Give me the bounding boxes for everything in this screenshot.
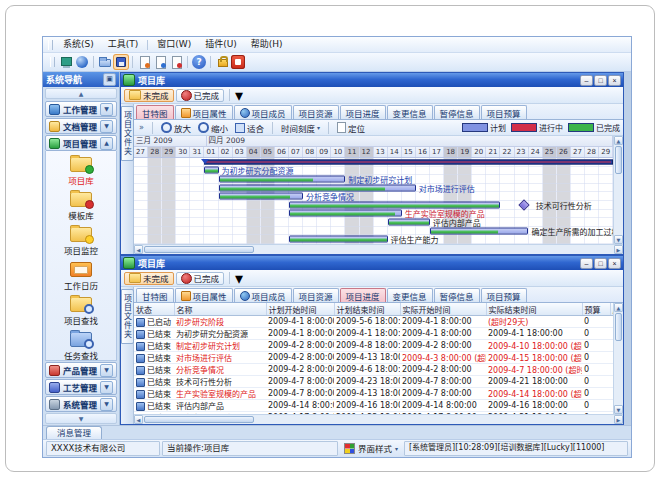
table-row[interactable]: 已结束为初步研究分配资源2009-4-1 8:00:002009-4-1 18:… [134, 328, 613, 340]
locate-button[interactable]: 定位 [335, 122, 367, 134]
sidebar-section-collapsed[interactable]: 工作管理▼ [45, 101, 117, 117]
tab[interactable]: 项目成员 [234, 288, 292, 302]
tab[interactable]: 项目属性 [175, 288, 233, 302]
gantt-bar[interactable] [219, 175, 346, 182]
fit-button[interactable]: 适合 [233, 122, 266, 134]
tab[interactable]: 项目进度 [340, 105, 386, 119]
chevron-down-icon[interactable]: ▼ [100, 103, 113, 116]
side-tab-project-folder[interactable]: 项目文件夹 [121, 289, 134, 344]
sidebar-section-collapsed[interactable]: 系统管理▼ [45, 396, 117, 412]
gantt-bar[interactable] [289, 236, 388, 243]
sidebar-section-collapsed[interactable]: 文档管理▼ [45, 118, 117, 134]
scroll-up-arrow[interactable]: ▲ [614, 303, 623, 312]
interface-style-button[interactable]: 界面样式 ▾ [340, 442, 402, 455]
column-header[interactable]: 计划开始时间 [266, 303, 334, 316]
report-view-icon[interactable] [153, 55, 167, 69]
sidebar-section-collapsed[interactable]: 工艺管理▼ [45, 379, 117, 395]
vertical-scrollbar[interactable]: ▲▼ [613, 136, 623, 244]
window-titlebar[interactable]: 项目库–□× [121, 73, 623, 87]
sidebar-scroll-down-button[interactable]: ▼ [45, 413, 117, 424]
column-header[interactable]: 实际结束时间 [486, 303, 582, 316]
gantt-bar[interactable] [289, 210, 402, 217]
table-row[interactable]: 已结束生产实验室规模的产品2009-4-7 8:00:002009-4-13 1… [134, 388, 613, 400]
menu-item[interactable]: 窗口(W) [150, 37, 198, 52]
window-maximize-button[interactable]: □ [594, 75, 607, 86]
tab[interactable]: 项目进度 [340, 288, 386, 302]
sidebar-item[interactable]: 项目库 [46, 154, 116, 189]
tab[interactable]: 变更信息 [387, 105, 433, 119]
column-header[interactable]: 实际开始时间 [400, 303, 486, 316]
gantt-bar[interactable] [204, 167, 218, 174]
report-new-icon[interactable] [137, 55, 151, 69]
scroll-up-arrow[interactable]: ▲ [614, 136, 623, 145]
computer-icon[interactable] [59, 55, 73, 69]
tab[interactable]: 项目预算 [481, 105, 527, 119]
gantt-bar[interactable] [430, 227, 529, 234]
tab[interactable]: 暂停信息 [434, 105, 480, 119]
sidebar-scroll-up-button[interactable]: ▲ [45, 88, 117, 99]
scroll-right-arrow[interactable]: ▶ [614, 245, 623, 254]
tab[interactable]: 项目成员 [234, 105, 292, 119]
sidebar-item[interactable]: 模板库 [46, 189, 116, 224]
sidebar-pin-button[interactable]: ▣ [103, 73, 116, 86]
filter-button[interactable]: 未完成 [124, 89, 174, 102]
chevron-down-icon[interactable]: ▼ [100, 381, 113, 394]
sidebar-item[interactable]: 项目监控 [46, 224, 116, 259]
chevron-down-icon[interactable]: ▼ [100, 364, 113, 377]
chevron-down-icon[interactable]: ▼ [100, 398, 113, 411]
timescale-button[interactable]: 时间刻度▾ [279, 122, 322, 134]
menu-item[interactable]: 帮助(H) [244, 37, 290, 52]
chevron-down-icon[interactable]: ▾ [235, 269, 243, 288]
scroll-right-arrow[interactable]: ▶ [614, 415, 623, 424]
sidebar-item[interactable]: 项目查找 [46, 294, 116, 329]
zoom-in-button[interactable]: 放大 [159, 122, 193, 134]
table-row[interactable]: 已结束制定初步研究计划2009-4-2 8:00:002009-4-8 18:0… [134, 340, 613, 352]
filter-button[interactable]: 已完成 [176, 89, 225, 102]
report-delete-icon[interactable] [169, 55, 183, 69]
menu-item[interactable]: 工具(T) [101, 37, 146, 52]
window-maximize-button[interactable]: □ [594, 258, 607, 269]
table-row[interactable]: 已启动初步研究阶段2009-4-1 8:00:002009-5-6 18:00:… [134, 316, 613, 328]
window-close-button[interactable]: × [608, 258, 621, 269]
sidebar-item[interactable]: 工作日历 [46, 259, 116, 294]
chevron-up-icon[interactable]: ▲ [100, 137, 113, 150]
gantt-summary-bar[interactable] [204, 159, 613, 164]
column-header[interactable]: 状态 [134, 303, 174, 316]
tab[interactable]: 甘特图 [136, 288, 174, 302]
exit-icon[interactable] [231, 55, 245, 69]
menu-item[interactable]: 插件(U) [198, 37, 244, 52]
sidebar-section-expanded[interactable]: 项目管理▲ [45, 135, 117, 151]
column-header[interactable]: 计划结束时间 [334, 303, 400, 316]
scroll-down-arrow[interactable]: ▼ [614, 235, 623, 244]
gantt-bar[interactable] [219, 193, 304, 200]
table-row[interactable]: 已结束技术可行性分析2009-4-7 8:00:002009-4-23 18:0… [134, 376, 613, 388]
scroll-thumb[interactable] [144, 246, 254, 253]
scroll-left-arrow[interactable]: ◀ [134, 415, 143, 424]
tab[interactable]: 项目属性 [175, 105, 233, 119]
menu-item[interactable]: 系统(S) [56, 37, 101, 52]
tab[interactable]: 项目资源 [293, 105, 339, 119]
filter-button[interactable]: 未完成 [124, 272, 174, 285]
sidebar-item[interactable]: 任务查找 [46, 329, 116, 361]
sidebar-section-collapsed[interactable]: 产品管理▼ [45, 362, 117, 378]
vertical-scrollbar[interactable]: ▲▼ [613, 303, 623, 414]
window-minimize-button[interactable]: – [580, 75, 593, 86]
table-row[interactable]: 已结束分析竞争情况2009-4-2 8:00:002009-4-6 18:00:… [134, 364, 613, 376]
table-row[interactable]: 已结束评估内部产品2009-4-14 8:00:002009-4-16 18:0… [134, 400, 613, 412]
horizontal-scrollbar[interactable]: ◀▶ [134, 244, 623, 254]
horizontal-scrollbar[interactable]: ◀▶ [134, 414, 623, 424]
window-minimize-button[interactable]: – [580, 258, 593, 269]
tab[interactable]: 暂停信息 [434, 288, 480, 302]
scroll-thumb[interactable] [615, 146, 622, 174]
chevron-down-icon[interactable]: ▾ [235, 86, 243, 105]
column-header[interactable]: 预算 [582, 303, 610, 316]
save-icon[interactable] [114, 55, 128, 69]
tab[interactable]: 项目预算 [481, 288, 527, 302]
window-titlebar[interactable]: 项目库–□× [121, 256, 623, 270]
scroll-left-arrow[interactable]: ◀ [134, 245, 143, 254]
gantt-bar[interactable] [388, 218, 430, 225]
globe-icon[interactable] [75, 55, 89, 69]
side-tab-project-folder[interactable]: 项目文件夹 [121, 106, 134, 161]
folder-icon[interactable] [98, 55, 112, 69]
scroll-thumb[interactable] [144, 416, 254, 423]
